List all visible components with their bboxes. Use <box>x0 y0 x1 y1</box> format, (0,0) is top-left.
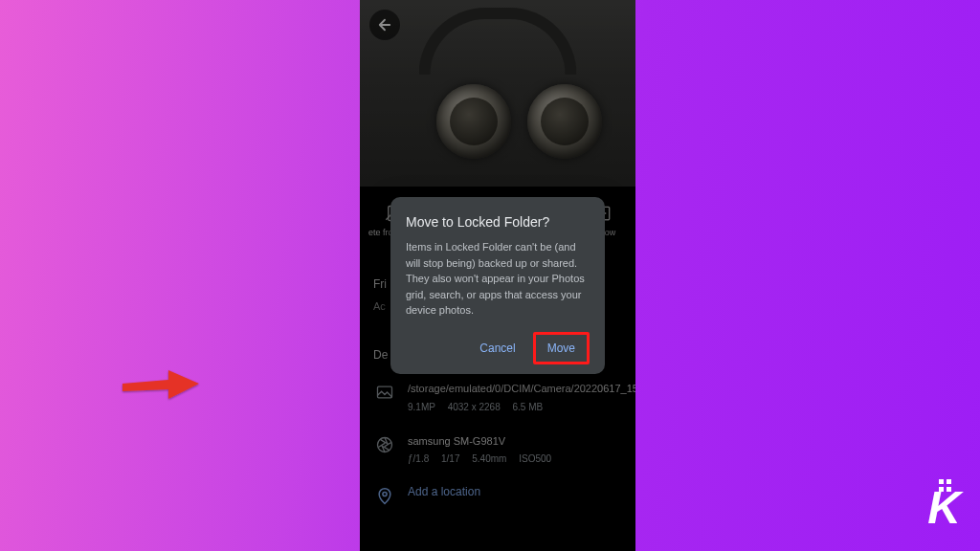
aperture-icon <box>375 435 394 454</box>
file-path: /storage/emulated/0/DCIM/Camera/20220617… <box>408 381 635 397</box>
camera-aperture: ƒ/1.8 <box>408 453 429 464</box>
file-dims: 4032 x 2268 <box>448 402 501 412</box>
camera-shutter: 1/17 <box>441 453 459 464</box>
watermark-logo: K <box>927 481 959 534</box>
back-button[interactable] <box>369 10 400 40</box>
camera-model: samsung SM-G981V <box>408 433 620 450</box>
headphones-earcup <box>527 84 602 159</box>
svg-rect-7 <box>378 386 392 398</box>
detail-file-text: /storage/emulated/0/DCIM/Camera/20220617… <box>408 381 635 414</box>
phone-screenshot: ete fro evice eshow Fri Ac De <box>360 0 635 551</box>
location-icon <box>375 487 394 506</box>
camera-focal: 5.40mm <box>472 453 506 464</box>
arrow-left-icon <box>376 16 393 33</box>
file-mp: 9.1MP <box>408 402 435 412</box>
headphones-earcup <box>436 84 511 159</box>
move-button[interactable]: Move <box>533 332 590 364</box>
dialog-body: Items in Locked Folder can't be (and wil… <box>406 239 590 319</box>
file-size: 6.5 MB <box>513 402 544 412</box>
detail-camera-text: samsung SM-G981V ƒ/1.8 1/17 5.40mm ISO50… <box>408 433 620 467</box>
add-location-link[interactable]: Add a location <box>408 485 480 498</box>
annotation-arrow <box>119 366 205 405</box>
move-locked-folder-dialog: Move to Locked Folder? Items in Locked F… <box>390 197 605 374</box>
detail-file: /storage/emulated/0/DCIM/Camera/20220617… <box>373 381 622 414</box>
cancel-button[interactable]: Cancel <box>476 336 519 361</box>
detail-camera: samsung SM-G981V ƒ/1.8 1/17 5.40mm ISO50… <box>373 433 622 467</box>
dialog-title: Move to Locked Folder? <box>406 214 590 230</box>
svg-point-9 <box>383 492 387 496</box>
detail-location[interactable]: Add a location <box>373 485 622 506</box>
image-icon <box>375 383 394 402</box>
camera-iso: ISO500 <box>519 453 551 464</box>
headphones-illustration <box>419 8 577 75</box>
dialog-actions: Cancel Move <box>406 332 590 364</box>
photo-preview <box>360 0 635 187</box>
